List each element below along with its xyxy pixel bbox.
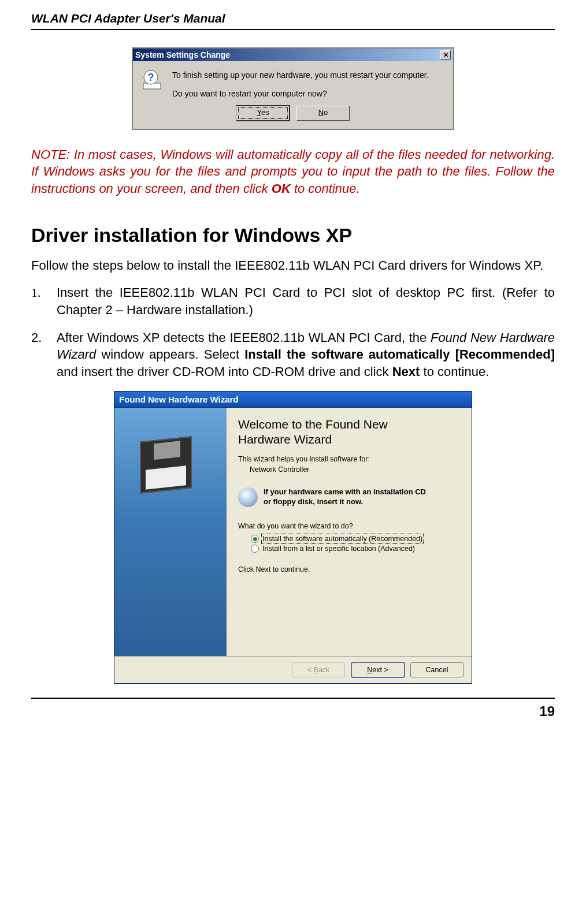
wizard-side-graphic [114, 408, 227, 656]
no-button[interactable]: No [296, 106, 350, 121]
document-page: WLAN PCI Adapter User's Manual System Se… [0, 0, 586, 743]
welcome-line1: Welcome to the Found New [238, 418, 388, 431]
option-install-from-list[interactable]: Install from a list or specific location… [251, 545, 460, 553]
dialog1-title: System Settings Change [135, 50, 440, 59]
step-number: 2. [31, 329, 51, 346]
page-number: 19 [31, 703, 555, 720]
step-text: After Windows XP detects the IEEE802.11b… [57, 330, 431, 345]
note-bold: OK [272, 181, 291, 196]
wizard-continue-text: Click Next to continue. [238, 565, 460, 573]
next-button[interactable]: Next > [351, 662, 405, 677]
cd-row: If your hardware came with an installati… [238, 487, 460, 507]
system-settings-change-dialog: System Settings Change ✕ ? To finish set… [132, 47, 454, 130]
dialog2-title: Found New Hardware Wizard [119, 394, 239, 404]
intro-paragraph: Follow the steps below to install the IE… [31, 257, 555, 274]
next-rest: ext > [372, 666, 388, 674]
page-header: WLAN PCI Adapter User's Manual [31, 12, 555, 25]
dialog1-container: System Settings Change ✕ ? To finish set… [31, 47, 555, 130]
cd-line2: or floppy disk, insert it now. [264, 497, 363, 506]
step-number: 1. [31, 284, 51, 301]
back-u: B [314, 666, 318, 674]
welcome-line2: Hardware Wizard [238, 433, 332, 446]
spacer [172, 81, 429, 88]
header-rule [31, 29, 555, 30]
question-icon: ? [142, 69, 164, 91]
yes-rest: es [261, 108, 269, 117]
step-text: Insert the IEEE802.11b WLAN PCI Card to … [57, 285, 555, 317]
cd-text: If your hardware came with an installati… [264, 487, 426, 507]
header-title: WLAN PCI Adapter User's Manual [31, 12, 225, 25]
back-button[interactable]: < Back [292, 662, 345, 677]
dialog2-main: Welcome to the Found New Hardware Wizard… [114, 408, 472, 656]
yes-underline: Y [257, 108, 261, 117]
list-item: 2.After Windows XP detects the IEEE802.1… [57, 329, 555, 381]
footer-rule [31, 698, 555, 699]
dialog1-buttons: Yes No [133, 106, 453, 129]
svg-text:?: ? [148, 72, 154, 83]
dialog2-container: Found New Hardware Wizard Welcome to the… [31, 391, 555, 684]
device-name: Network Controller [250, 465, 460, 474]
back-rest: ack [318, 666, 329, 674]
dialog1-titlebar: System Settings Change ✕ [133, 49, 453, 61]
step-text: to continue. [420, 364, 489, 379]
section-heading: Driver installation for Windows XP [31, 224, 555, 247]
cd-line1: If your hardware came with an installati… [264, 487, 426, 496]
option2-label: Install from a list or specific location… [262, 545, 415, 553]
step-text: Install the software automatically [Reco… [244, 347, 555, 362]
radio-unselected-icon [251, 545, 259, 553]
wizard-question: What do you want the wizard to do? [238, 522, 460, 530]
note-paragraph: NOTE: In most cases, Windows will automa… [31, 146, 555, 198]
found-new-hardware-wizard-dialog: Found New Hardware Wizard Welcome to the… [114, 391, 472, 684]
dialog1-body: ? To finish setting up your new hardware… [133, 61, 453, 106]
wizard-helps: This wizard helps you install software f… [238, 455, 460, 463]
step-text: Next [392, 364, 420, 379]
cancel-button[interactable]: Cancel [410, 662, 463, 677]
option-install-automatic[interactable]: Install the software automatically (Reco… [251, 535, 460, 543]
step-text: and insert the driver CD-ROM into CD-ROM… [57, 364, 392, 379]
option1-label: Install the software automatically (Reco… [262, 535, 422, 543]
steps-list: 1.Insert the IEEE802.11b WLAN PCI Card t… [31, 284, 555, 380]
no-underline: N [318, 108, 324, 117]
back-lt: < [307, 666, 314, 674]
wizard-footer: < Back Next > Cancel [114, 656, 472, 683]
no-rest: o [324, 108, 328, 117]
step-text: window appears. Select [96, 347, 244, 362]
dialog1-message: To finish setting up your new hardware, … [172, 69, 429, 100]
cd-icon [238, 487, 258, 507]
dialog1-line2: Do you want to restart your computer now… [172, 88, 429, 99]
dialog2-titlebar: Found New Hardware Wizard [114, 392, 472, 408]
list-item: 1.Insert the IEEE802.11b WLAN PCI Card t… [57, 284, 555, 318]
wizard-options: Install the software automatically (Reco… [251, 535, 460, 553]
radio-selected-icon [251, 535, 259, 543]
close-icon[interactable]: ✕ [440, 50, 451, 59]
note-post: to continue. [291, 181, 360, 196]
wizard-welcome: Welcome to the Found New Hardware Wizard [238, 417, 460, 448]
yes-button[interactable]: Yes [236, 106, 290, 121]
dialog1-line1: To finish setting up your new hardware, … [172, 69, 429, 81]
next-u: N [367, 666, 372, 674]
wizard-right-panel: Welcome to the Found New Hardware Wizard… [227, 408, 472, 656]
floppy-icon [140, 436, 192, 493]
